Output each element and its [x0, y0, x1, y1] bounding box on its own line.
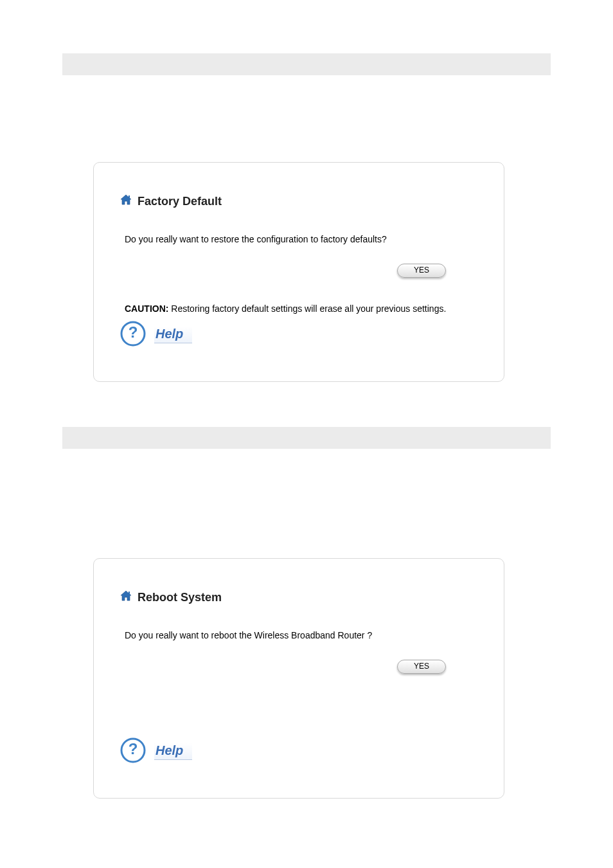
svg-text:?: ?	[129, 323, 138, 341]
factory-caution: CAUTION: Restoring factory default setti…	[125, 303, 478, 314]
home-icon	[120, 590, 132, 606]
help-icon: ?	[120, 737, 147, 766]
caution-label: CAUTION:	[125, 303, 168, 314]
help-link-factory[interactable]: ? Help	[120, 320, 478, 349]
section-header-factory	[62, 53, 551, 75]
panel-title-text: Factory Default	[138, 195, 222, 208]
caution-text: Restoring factory default settings will …	[168, 303, 446, 314]
help-icon: ?	[120, 320, 147, 349]
svg-rect-0	[129, 195, 130, 198]
factory-default-panel: Factory Default Do you really want to re…	[93, 162, 504, 382]
svg-text:?: ?	[129, 740, 138, 757]
help-link-reboot[interactable]: ? Help	[120, 737, 478, 766]
home-icon	[120, 194, 132, 210]
panel-title-text: Reboot System	[138, 591, 222, 604]
help-label: Help	[154, 327, 192, 343]
reboot-yes-button[interactable]: YES	[397, 660, 446, 674]
factory-yes-button[interactable]: YES	[397, 264, 446, 278]
panel-title-reboot: Reboot System	[120, 590, 478, 606]
svg-rect-3	[129, 592, 130, 594]
section-header-reboot	[62, 427, 551, 449]
panel-title-factory: Factory Default	[120, 194, 478, 210]
reboot-prompt: Do you really want to reboot the Wireles…	[125, 630, 478, 640]
factory-prompt: Do you really want to restore the config…	[125, 234, 478, 244]
reboot-system-panel: Reboot System Do you really want to rebo…	[93, 558, 504, 799]
help-label: Help	[154, 743, 192, 760]
